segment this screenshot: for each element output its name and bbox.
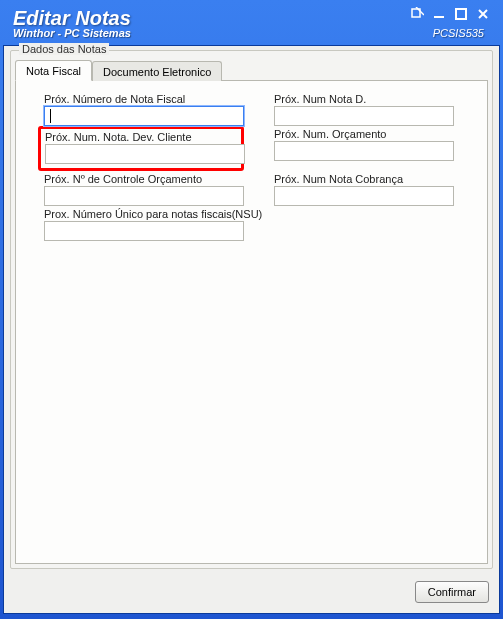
tabs-row: Nota Fiscal Documento Eletronico [15,59,488,81]
label-prox-num-nota-d: Próx. Num Nota D. [274,93,454,105]
input-prox-nsu[interactable] [44,221,244,241]
tab-page-nota-fiscal: Próx. Número de Nota Fiscal Próx. Num No… [15,81,488,564]
input-prox-num-controle-orcamento[interactable] [44,186,244,206]
label-prox-num-orcamento: Próx. Num. Orçamento [274,128,454,140]
window-subtitle: Winthor - PC Sistemas [13,27,131,39]
label-prox-num-controle-orcamento: Próx. Nº de Controle Orçamento [44,173,244,185]
close-icon[interactable] [476,7,492,21]
input-prox-num-nota-d[interactable] [274,106,454,126]
label-prox-num-nota-fiscal: Próx. Número de Nota Fiscal [44,93,244,105]
window-code: PCSIS535 [433,27,484,39]
input-prox-num-nota-cobranca[interactable] [274,186,454,206]
groupbox-dados-notas: Dados das Notas Nota Fiscal Documento El… [10,50,493,569]
window-frame: Editar Notas Winthor - PC Sistemas PCSIS… [0,0,503,619]
text-cursor [50,109,51,123]
groupbox-legend: Dados das Notas [19,43,109,55]
field-prox-nsu: Prox. Número Único para notas fiscais(NS… [44,208,244,241]
input-prox-num-nota-fiscal[interactable] [44,106,244,126]
field-prox-num-orcamento: Próx. Num. Orçamento [274,128,454,161]
field-prox-num-nota-dev-cliente: Próx. Num. Nota. Dev. Cliente [38,126,244,171]
tab-nota-fiscal[interactable]: Nota Fiscal [15,60,92,81]
confirm-button[interactable]: Confirmar [415,581,489,603]
field-prox-num-nota-cobranca: Próx. Num Nota Cobrança [274,173,454,206]
tab-documento-eletronico[interactable]: Documento Eletronico [92,61,222,81]
restore-icon[interactable] [410,7,426,21]
client-area: Dados das Notas Nota Fiscal Documento El… [3,45,500,614]
window-controls [410,7,492,21]
label-prox-num-nota-cobranca: Próx. Num Nota Cobrança [274,173,454,185]
field-prox-num-controle-orcamento: Próx. Nº de Controle Orçamento [44,173,244,206]
input-prox-num-nota-dev-cliente[interactable] [45,144,245,164]
label-prox-num-nota-dev-cliente: Próx. Num. Nota. Dev. Cliente [45,131,237,143]
input-prox-num-orcamento[interactable] [274,141,454,161]
titlebar: Editar Notas Winthor - PC Sistemas PCSIS… [3,3,500,45]
label-prox-nsu: Prox. Número Único para notas fiscais(NS… [44,208,244,220]
field-prox-num-nota-fiscal: Próx. Número de Nota Fiscal [44,93,244,126]
svg-rect-3 [456,9,466,19]
maximize-icon[interactable] [454,7,470,21]
field-prox-num-nota-d: Próx. Num Nota D. [274,93,454,126]
minimize-icon[interactable] [432,7,448,21]
